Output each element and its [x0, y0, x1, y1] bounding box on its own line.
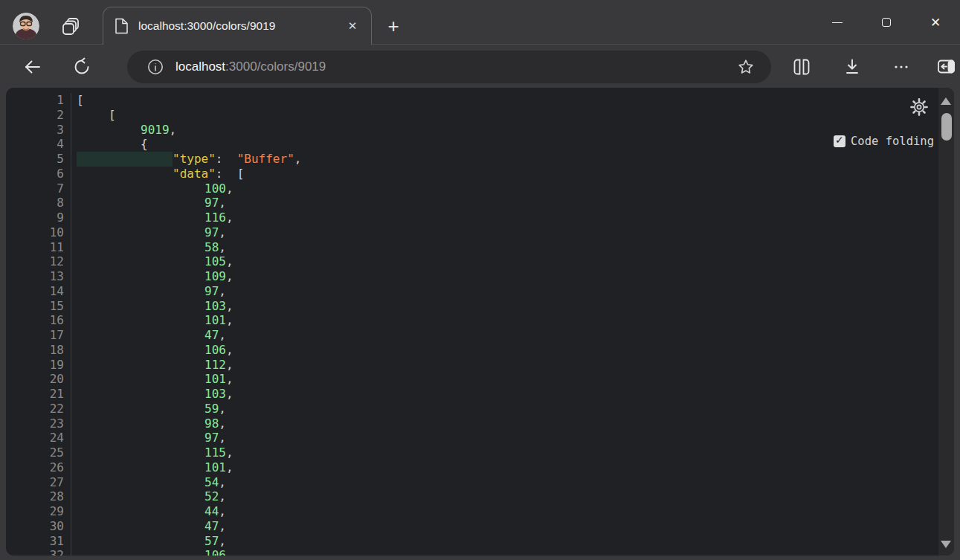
token-number: 98: [204, 416, 219, 431]
code-text: 47,: [71, 519, 226, 534]
token-punctuation: ,: [219, 519, 226, 534]
code-line: 4{: [6, 137, 954, 152]
code-text: 112,: [71, 358, 233, 373]
code-line: 13109,: [6, 269, 954, 284]
code-line: 12105,: [6, 254, 954, 269]
token-number: 101: [204, 313, 226, 328]
token-punctuation: ,: [219, 196, 226, 210]
favorite-button[interactable]: [732, 54, 759, 80]
token-number: 101: [204, 460, 226, 475]
downloads-button[interactable]: [838, 53, 866, 81]
code-text: "data": [: [71, 167, 244, 181]
token-punctuation: ,: [219, 489, 226, 504]
token-punctuation: ,: [219, 416, 226, 431]
token-punctuation: ,: [226, 254, 233, 269]
line-number: 1: [6, 93, 71, 108]
line-number: 6: [6, 167, 71, 181]
token-punctuation: {: [141, 137, 148, 152]
profile-avatar[interactable]: [13, 13, 39, 39]
code-text: 100,: [71, 181, 233, 196]
code-text: 97,: [71, 284, 226, 299]
code-line: 3157,: [6, 534, 954, 549]
scrollbar-thumb[interactable]: [941, 113, 952, 141]
json-viewer-page: 1[2[39019,4{5"type": "Buffer",6"data": […: [6, 88, 954, 556]
token-number: 103: [204, 387, 226, 402]
token-punctuation: :: [216, 152, 237, 167]
maximize-icon: [882, 18, 891, 27]
token-punctuation: ,: [226, 358, 233, 373]
code-line: 1097,: [6, 225, 954, 240]
code-line: 39019,: [6, 123, 954, 138]
code-folding-label: Code folding: [851, 135, 934, 148]
code-text: 101,: [71, 313, 233, 328]
site-info-icon[interactable]: [146, 58, 164, 76]
json-viewer-settings-button[interactable]: [909, 97, 929, 117]
address-bar[interactable]: localhost:3000/colors/9019: [127, 51, 771, 83]
line-number: 14: [6, 284, 71, 299]
code-text: 59,: [71, 402, 226, 416]
code-line: 2944,: [6, 504, 954, 519]
code-line: 6"data": [: [6, 167, 954, 181]
scrollbar[interactable]: [938, 88, 954, 556]
code-text: 54,: [71, 475, 226, 490]
split-screen-button[interactable]: [787, 53, 816, 81]
token-punctuation: ,: [226, 387, 233, 402]
line-number: 20: [6, 372, 71, 387]
code-text: 44,: [71, 504, 226, 519]
token-number: 47: [204, 328, 219, 343]
token-number: 100: [204, 181, 226, 196]
code-line: 1158,: [6, 240, 954, 255]
back-button[interactable]: [19, 53, 47, 81]
tab-close-icon[interactable]: ✕: [341, 15, 364, 37]
token-punctuation: ,: [294, 152, 302, 167]
token-number: 101: [204, 372, 226, 387]
token-punctuation: : [: [216, 167, 245, 181]
token-punctuation: ,: [226, 460, 233, 475]
token-number: 109: [204, 269, 226, 284]
code-text: 109,: [71, 269, 233, 284]
settings-more-button[interactable]: [887, 53, 915, 81]
minimize-button[interactable]: [813, 0, 862, 45]
token-number: 59: [204, 402, 219, 416]
token-number: 97: [204, 284, 219, 299]
browser-tab[interactable]: localhost:3000/colors/9019 ✕: [103, 7, 372, 45]
code-line: 20101,: [6, 372, 954, 387]
line-number: 9: [6, 210, 71, 225]
code-line: 2497,: [6, 431, 954, 445]
code-line: 15103,: [6, 299, 954, 314]
sidebar-collapse-icon: [936, 57, 956, 77]
ellipsis-icon: [892, 57, 911, 77]
line-number: 12: [6, 254, 71, 269]
navigation-toolbar: localhost:3000/colors/9019: [0, 45, 960, 88]
maximize-button[interactable]: [862, 0, 911, 45]
reload-icon: [72, 57, 91, 77]
token-number: 103: [204, 299, 226, 314]
url-path: :3000/colors/9019: [225, 59, 326, 74]
title-bar: localhost:3000/colors/9019 ✕ + ✕: [0, 0, 960, 45]
token-number: 105: [204, 254, 226, 269]
code-text: 57,: [71, 534, 226, 549]
line-number: 21: [6, 387, 71, 402]
workspaces-icon[interactable]: [59, 16, 82, 38]
token-number: 116: [204, 210, 226, 225]
code-lines: 1[2[39019,4{5"type": "Buffer",6"data": […: [6, 93, 954, 556]
new-tab-button[interactable]: +: [381, 13, 406, 39]
scroll-up-arrow-icon[interactable]: [941, 97, 951, 105]
line-number: 4: [6, 137, 71, 152]
token-number: 115: [204, 445, 226, 460]
close-window-button[interactable]: ✕: [911, 0, 960, 45]
url-text[interactable]: localhost:3000/colors/9019: [175, 59, 732, 74]
code-folding-checkbox[interactable]: [834, 135, 845, 147]
sidebar-toggle-button[interactable]: [932, 53, 960, 81]
line-number: 29: [6, 504, 71, 519]
line-number: 24: [6, 431, 71, 445]
line-number: 7: [6, 181, 71, 196]
token-number: 106: [204, 343, 226, 358]
token-number: 106: [204, 548, 226, 556]
reload-button[interactable]: [68, 53, 96, 81]
token-punctuation: ,: [226, 445, 233, 460]
scroll-down-arrow-icon[interactable]: [941, 541, 951, 548]
code-text: 106,: [71, 343, 233, 358]
code-text: 101,: [71, 460, 233, 475]
code-text: 106,: [71, 548, 233, 556]
